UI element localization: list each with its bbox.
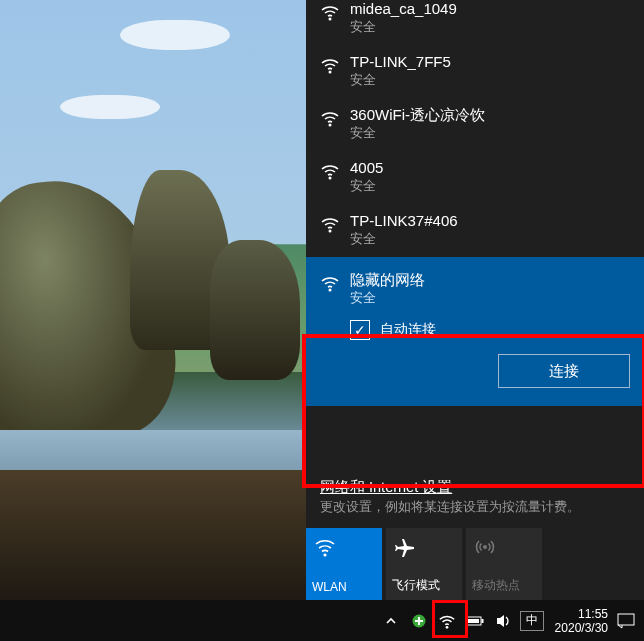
wifi-signal-icon (320, 55, 340, 75)
wifi-security: 安全 (350, 71, 451, 88)
tray-time: 11:55 (578, 607, 608, 621)
tray-date: 2020/3/30 (555, 621, 608, 635)
quick-wlan-button[interactable]: WLAN (306, 528, 382, 600)
network-list: midea_ca_1049安全 TP-LINK_7FF5安全 360WiFi-透… (306, 0, 644, 468)
svg-point-0 (329, 18, 332, 21)
svg-rect-12 (468, 619, 479, 623)
wifi-security: 安全 (350, 124, 485, 141)
svg-point-9 (445, 625, 448, 628)
wifi-network-item[interactable]: TP-LINK_7FF5安全 (306, 45, 644, 98)
auto-connect-label: 自动连接 (380, 321, 436, 339)
wifi-security: 安全 (350, 230, 458, 247)
airplane-icon (394, 536, 416, 558)
wifi-security: 安全 (350, 177, 383, 194)
svg-point-3 (329, 177, 332, 180)
tray-battery-icon[interactable] (464, 611, 486, 631)
wifi-ssid: TP-LINK_7FF5 (350, 53, 451, 71)
wifi-network-item-selected[interactable]: 隐藏的网络安全 ✓ 自动连接 连接 (306, 257, 644, 406)
svg-rect-11 (481, 619, 483, 623)
network-settings-link[interactable]: 网络和 Internet 设置 更改设置，例如将某连接设置为按流量计费。 (306, 468, 644, 528)
wifi-network-item[interactable]: TP-LINK37#406安全 (306, 204, 644, 257)
quick-airplane-button[interactable]: 飞行模式 (386, 528, 462, 600)
wifi-security: 安全 (350, 289, 425, 306)
quick-hotspot-button[interactable]: 移动热点 (466, 528, 542, 600)
wifi-signal-icon (320, 108, 340, 128)
tray-clock[interactable]: 11:55 2020/3/30 (555, 607, 608, 635)
settings-desc: 更改设置，例如将某连接设置为按流量计费。 (320, 499, 630, 516)
auto-connect-checkbox[interactable]: ✓ (350, 320, 370, 340)
settings-title: 网络和 Internet 设置 (320, 478, 630, 497)
quick-hotspot-label: 移动热点 (472, 577, 536, 594)
wifi-signal-icon (320, 214, 340, 234)
svg-point-5 (329, 289, 332, 292)
wifi-network-item[interactable]: 360WiFi-透心凉冷饮安全 (306, 98, 644, 151)
wifi-ssid: 360WiFi-透心凉冷饮 (350, 106, 485, 124)
tray-network-icon[interactable] (436, 611, 458, 631)
wifi-security: 安全 (350, 18, 457, 35)
network-flyout: midea_ca_1049安全 TP-LINK_7FF5安全 360WiFi-透… (306, 0, 644, 600)
svg-point-1 (329, 71, 332, 74)
wifi-ssid: TP-LINK37#406 (350, 212, 458, 230)
wifi-ssid: midea_ca_1049 (350, 0, 457, 18)
tray-ime-indicator[interactable]: 中 (520, 611, 544, 631)
tray-overflow-chevron-icon[interactable] (380, 611, 402, 631)
tray-status-icon[interactable] (408, 611, 430, 631)
wifi-signal-icon (320, 161, 340, 181)
wifi-ssid: 4005 (350, 159, 383, 177)
svg-point-4 (329, 230, 332, 233)
wifi-signal-icon (320, 273, 340, 293)
svg-point-6 (323, 553, 326, 556)
wifi-signal-icon (320, 2, 340, 22)
svg-point-2 (329, 124, 332, 127)
wifi-network-item[interactable]: 4005安全 (306, 151, 644, 204)
wifi-ssid: 隐藏的网络 (350, 271, 425, 289)
tray-volume-icon[interactable] (492, 611, 514, 631)
quick-airplane-label: 飞行模式 (392, 577, 456, 594)
quick-wlan-label: WLAN (312, 580, 376, 594)
wifi-network-item[interactable]: midea_ca_1049安全 (306, 0, 644, 45)
quick-actions-row: WLAN 飞行模式 移动热点 (306, 528, 644, 600)
wifi-icon (314, 536, 336, 558)
tray-notifications-icon[interactable] (616, 611, 636, 631)
connect-button[interactable]: 连接 (498, 354, 630, 388)
svg-rect-13 (618, 614, 634, 625)
taskbar: 中 11:55 2020/3/30 (0, 600, 644, 641)
hotspot-icon (474, 536, 496, 558)
svg-point-7 (483, 545, 487, 549)
